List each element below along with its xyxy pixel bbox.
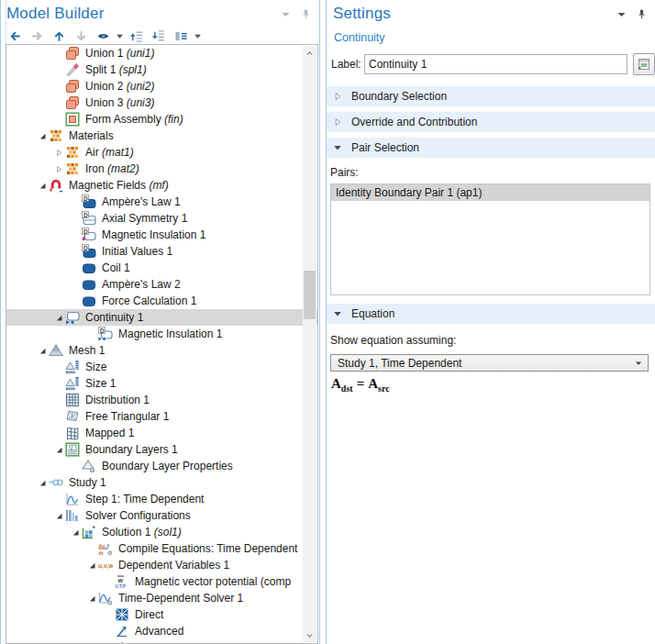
section-boundary-selection[interactable]: Boundary Selection bbox=[327, 86, 655, 106]
tree-item-direct[interactable]: Direct bbox=[6, 606, 317, 623]
label-input[interactable] bbox=[364, 54, 627, 74]
tree-item-air[interactable]: Air (mat1) bbox=[6, 144, 317, 161]
tree-item-magnetic-vector-potential-comp[interactable]: wU.T.PMagnetic vector potential (comp bbox=[6, 573, 317, 590]
tree-item-split-1[interactable]: Split 1 (spl1) bbox=[6, 61, 317, 78]
chevron-right-icon bbox=[333, 92, 342, 101]
tree-item-boundary-layers-1[interactable]: Boundary Layers 1 bbox=[6, 441, 317, 458]
tree-expander-expanded-icon[interactable] bbox=[85, 594, 98, 603]
tree-item-size-1[interactable]: Size 1 bbox=[6, 375, 317, 392]
model-builder-pin-icon[interactable] bbox=[300, 8, 312, 20]
tree-item-free-triangular-1[interactable]: Free Triangular 1 bbox=[6, 408, 317, 425]
materials-icon bbox=[49, 128, 63, 143]
go-forward-button[interactable] bbox=[27, 28, 47, 46]
pairs-listbox[interactable]: Identity Boundary Pair 1 (ap1) bbox=[330, 183, 650, 295]
tree-item-distribution-1[interactable]: Distribution 1 bbox=[6, 392, 317, 408]
tree-item-continuity-1[interactable]: Continuity 1 bbox=[6, 309, 317, 326]
tree-expander-expanded-icon[interactable] bbox=[52, 446, 65, 454]
magnetic-insulation-icon: D bbox=[82, 228, 96, 242]
tree-expander-expanded-icon[interactable] bbox=[36, 347, 49, 355]
tree-item-iron[interactable]: Iron (mat2) bbox=[6, 161, 317, 177]
scroll-up-icon[interactable] bbox=[303, 47, 316, 60]
dependent-variables-icon: u,v,w bbox=[98, 558, 113, 572]
panel-divider[interactable] bbox=[319, 0, 327, 644]
axial-symmetry-icon: D bbox=[82, 211, 96, 226]
tree-expander-expanded-icon[interactable] bbox=[36, 479, 49, 487]
tree-item-mesh-1[interactable]: Mesh 1 bbox=[6, 342, 317, 359]
equation-study-dropdown[interactable]: Study 1, Time Dependent bbox=[330, 354, 649, 372]
tree-expander-expanded-icon[interactable] bbox=[36, 182, 49, 190]
tree-item-time-dependent-solver-1[interactable]: Time-Dependent Solver 1 bbox=[6, 590, 317, 606]
tree-item-study-1[interactable]: Study 1 bbox=[6, 474, 317, 491]
section-pair-selection[interactable]: Pair Selection bbox=[327, 138, 655, 158]
pair-item-identity-boundary-pair-1-ap1[interactable]: Identity Boundary Pair 1 (ap1) bbox=[331, 184, 649, 201]
tree-item-union-2[interactable]: Union 2 (uni2) bbox=[6, 78, 317, 94]
arrow-left-icon bbox=[8, 29, 22, 43]
tree-item-coil-1[interactable]: Coil 1 bbox=[6, 260, 317, 276]
show-button[interactable] bbox=[93, 28, 113, 46]
boundary-layer-properties-icon bbox=[82, 459, 96, 473]
tree-item-boundary-layer-properties[interactable]: Boundary Layer Properties bbox=[6, 458, 317, 474]
scrollbar-thumb[interactable] bbox=[304, 271, 316, 319]
settings-menu-caret-icon[interactable] bbox=[616, 8, 627, 20]
tree-item-mapped-1[interactable]: Mapped 1 bbox=[6, 425, 317, 441]
tree-item-materials[interactable]: Materials bbox=[6, 128, 317, 144]
tree-item-form-assembly[interactable]: Form Assembly (fin) bbox=[6, 111, 317, 128]
svg-text:D: D bbox=[83, 212, 88, 218]
tree-expander-collapsed-icon[interactable] bbox=[52, 165, 65, 173]
tree-item-amp-re-s-law-2[interactable]: Ampère's Law 2 bbox=[6, 276, 317, 293]
tree-item-dependent-variables-1[interactable]: u,v,wDependent Variables 1 bbox=[6, 557, 317, 573]
tree-item-label: Boundary Layers 1 bbox=[85, 443, 178, 456]
tree-expander-expanded-icon[interactable] bbox=[69, 528, 82, 537]
tree-item-advanced[interactable]: Advanced bbox=[6, 623, 317, 639]
show-menu-button[interactable] bbox=[115, 28, 125, 46]
node-text-menu-button[interactable] bbox=[193, 28, 203, 46]
tree-item-compile-equations-time-dependent[interactable]: ∂u.f∂tCompile Equations: Time Dependent bbox=[6, 540, 317, 557]
tree-expander-expanded-icon[interactable] bbox=[52, 314, 65, 322]
label-field-label: Label: bbox=[331, 58, 364, 71]
model-builder-panel: Model Builder Union 1 (uni1)Split 1 (spl… bbox=[0, 0, 319, 644]
tree-item-label: Union 3 (uni3) bbox=[85, 96, 154, 109]
continuity-insulation-icon: D bbox=[98, 327, 113, 341]
tree-item-amp-re-s-law-1[interactable]: DAmpère's Law 1 bbox=[6, 194, 317, 210]
section-override-and-contribution[interactable]: Override and Contribution bbox=[327, 112, 655, 132]
tree-item-solver-configurations[interactable]: Solver Configurations bbox=[6, 507, 317, 524]
collapse-all-button[interactable] bbox=[127, 28, 147, 46]
expand-all-button[interactable] bbox=[149, 28, 169, 46]
tree-expander-expanded-icon[interactable] bbox=[52, 512, 65, 520]
direct-icon bbox=[115, 607, 129, 622]
tree-item-label: Boundary Layer Properties bbox=[102, 460, 233, 472]
scroll-down-icon[interactable] bbox=[303, 628, 316, 641]
settings-pin-icon[interactable] bbox=[636, 8, 648, 20]
tree-item-axial-symmetry-1[interactable]: DAxial Symmetry 1 bbox=[6, 210, 317, 227]
tree-item-union-1[interactable]: Union 1 (uni1) bbox=[6, 45, 317, 61]
tree-item-size[interactable]: Size bbox=[6, 359, 317, 375]
node-text-button[interactable] bbox=[171, 28, 191, 46]
tree-item-initial-values-1[interactable]: DInitial Values 1 bbox=[6, 243, 317, 260]
tree-item-fully-coupled-1[interactable]: Fully Coupled 1 bbox=[6, 639, 317, 644]
move-up-button[interactable] bbox=[49, 28, 69, 46]
move-down-button[interactable] bbox=[71, 28, 91, 46]
tree-item-magnetic-insulation-1[interactable]: DMagnetic Insulation 1 bbox=[6, 326, 317, 342]
rename-button[interactable] bbox=[633, 53, 655, 75]
mesh-icon bbox=[49, 343, 63, 358]
tree-expander-expanded-icon[interactable] bbox=[36, 132, 49, 140]
model-builder-menu-caret-icon[interactable] bbox=[280, 8, 292, 20]
model-builder-header: Model Builder bbox=[0, 0, 319, 25]
tree-item-magnetic-insulation-1[interactable]: DMagnetic Insulation 1 bbox=[6, 227, 317, 243]
tree-scrollbar[interactable] bbox=[303, 46, 316, 642]
tree-expander-collapsed-icon[interactable] bbox=[52, 149, 65, 157]
svg-text:.f: .f bbox=[105, 543, 110, 549]
tree-item-force-calculation-1[interactable]: Force Calculation 1 bbox=[6, 293, 317, 309]
tree-item-solution-1[interactable]: *Solution 1 (sol1) bbox=[6, 524, 317, 540]
tree-item-step-1-time-dependent[interactable]: Step 1: Time Dependent bbox=[6, 491, 317, 507]
tree-item-magnetic-fields[interactable]: Magnetic Fields (mf) bbox=[6, 177, 317, 194]
materials-icon bbox=[65, 145, 80, 160]
continuity-icon bbox=[65, 310, 80, 325]
tree-item-label: Union 1 (uni1) bbox=[85, 47, 154, 60]
tree-expander-expanded-icon[interactable] bbox=[85, 561, 98, 570]
tree-item-union-3[interactable]: Union 3 (uni3) bbox=[6, 94, 317, 111]
go-back-button[interactable] bbox=[5, 28, 25, 46]
section-equation[interactable]: Equation bbox=[327, 304, 655, 324]
settings-subtitle[interactable]: Continuity bbox=[327, 25, 655, 44]
chevron-down-icon bbox=[333, 143, 342, 152]
